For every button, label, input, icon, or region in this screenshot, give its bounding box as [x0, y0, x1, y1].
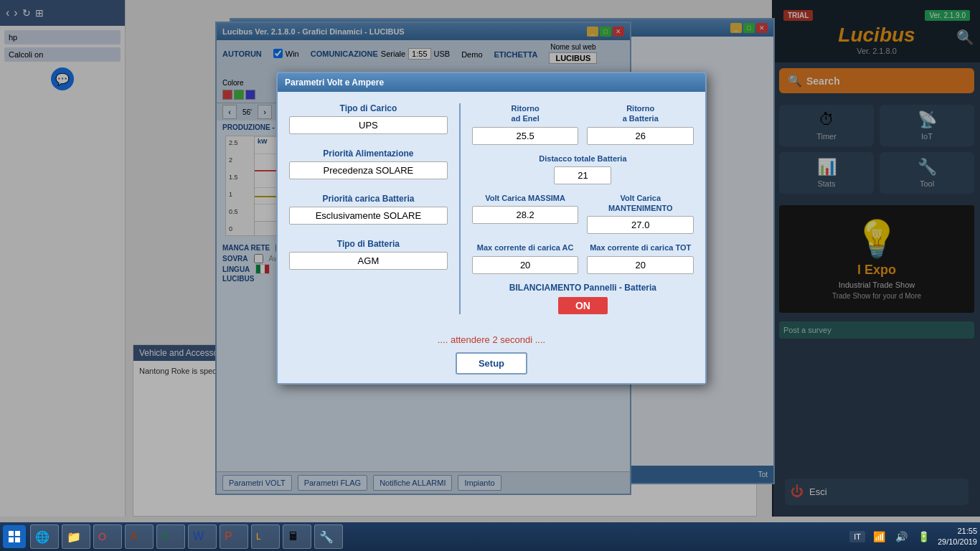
svg-rect-3	[15, 537, 20, 542]
taskbar-excel[interactable]: X	[156, 524, 185, 549]
max-tot-label: Max corrente di carica TOT	[587, 242, 694, 253]
taskbar-clock: 21:55 29/10/2019	[938, 526, 977, 548]
dialog-title-text: Parametri Volt e Ampere	[285, 77, 384, 88]
tipo-carico-input[interactable]	[289, 116, 448, 134]
dialog-titlebar: Parametri Volt e Ampere	[278, 73, 705, 92]
priorita-alim-input[interactable]	[289, 161, 448, 179]
max-tot-input[interactable]	[587, 256, 694, 274]
access-icon: A	[130, 530, 138, 543]
ritorno-batt-label: Ritorno a Batteria	[587, 103, 694, 124]
tool-tb-icon: 🔧	[319, 530, 334, 544]
setup-button[interactable]: Setup	[456, 352, 527, 375]
priorita-batt-group: Priorità carica Batteria	[289, 194, 448, 225]
excel-icon: X	[161, 530, 169, 543]
tray-volume: 🔊	[893, 531, 910, 542]
tray-power: 🔋	[915, 531, 932, 542]
taskbar-tool[interactable]: 🔧	[314, 524, 343, 549]
distacco-group: Distacco totale Batteria	[472, 154, 694, 184]
ritorno-batt-input[interactable]	[587, 127, 694, 145]
dialog-body: Tipo di Carico Priorità Alimentazione Pr…	[278, 92, 705, 326]
volt-mantenimento-label: Volt Carica MANTENIMENTO	[587, 193, 694, 214]
max-ac-field: Max corrente di carica AC	[472, 242, 579, 273]
taskbar-word[interactable]: W	[188, 524, 217, 549]
volt-massima-input[interactable]	[472, 206, 579, 224]
volt-mantenimento-input[interactable]	[587, 216, 694, 234]
max-ac-label: Max corrente di carica AC	[472, 242, 579, 253]
ie-icon: 🌐	[35, 530, 50, 544]
tipo-batt-label: Tipo di Batteria	[289, 239, 448, 249]
bilanciamento-label: BILANCIAMENTO Pannelli - Batteria	[472, 283, 694, 293]
taskbar-access[interactable]: A	[125, 524, 154, 549]
explorer-icon: 📁	[67, 530, 81, 544]
volt-massima-label: Volt Carica MASSIMA	[472, 193, 579, 203]
volt-carica-row: Volt Carica MASSIMA Volt Carica MANTENIM…	[472, 193, 694, 235]
word-icon: W	[193, 530, 204, 543]
priorita-alim-group: Priorità Alimentazione	[289, 149, 448, 179]
taskbar-lucibus[interactable]: L	[251, 524, 280, 549]
priorita-alim-label: Priorità Alimentazione	[289, 149, 448, 159]
ritorno-batt-field: Ritorno a Batteria	[587, 103, 694, 145]
ritorno-enel-label: Ritorno ad Enel	[472, 103, 579, 124]
start-button[interactable]	[3, 525, 26, 548]
dialog-columns: Tipo di Carico Priorità Alimentazione Pr…	[289, 103, 694, 314]
max-ac-input[interactable]	[472, 256, 579, 274]
clock-time: 21:55	[938, 526, 977, 537]
language-indicator: IT	[849, 531, 865, 542]
taskbar-calc[interactable]: 🖩	[283, 524, 311, 549]
clock-date: 29/10/2019	[938, 537, 977, 547]
ritorno-row: Ritorno ad Enel Ritorno a Batteria	[472, 103, 694, 145]
tipo-batt-group: Tipo di Batteria	[289, 239, 448, 270]
ritorno-enel-field: Ritorno ad Enel	[472, 103, 579, 145]
taskbar-ie[interactable]: 🌐	[30, 524, 59, 549]
svg-rect-0	[9, 531, 14, 536]
svg-rect-2	[9, 537, 14, 542]
taskbar-opera[interactable]: O	[93, 524, 122, 549]
priorita-batt-label: Priorità carica Batteria	[289, 194, 448, 204]
dialog-footer: .... attendere 2 secondi .... Setup	[278, 326, 705, 383]
dialog-right-col: Ritorno ad Enel Ritorno a Batteria	[461, 103, 694, 314]
distacco-input[interactable]	[554, 166, 611, 184]
volt-mantenimento-field: Volt Carica MANTENIMENTO	[587, 193, 694, 235]
max-tot-field: Max corrente di carica TOT	[587, 242, 694, 273]
volt-massima-field: Volt Carica MASSIMA	[472, 193, 579, 235]
ritorno-enel-input[interactable]	[472, 127, 579, 145]
calc-icon: 🖩	[288, 530, 299, 543]
dialog-left-col: Tipo di Carico Priorità Alimentazione Pr…	[289, 103, 461, 314]
distacco-label: Distacco totale Batteria	[472, 154, 694, 164]
lucibus-tb-icon: L	[256, 532, 261, 542]
priorita-batt-input[interactable]	[289, 207, 448, 225]
tipo-carico-label: Tipo di Carico	[289, 103, 448, 113]
bilanciamento-on-button[interactable]: ON	[558, 297, 608, 314]
tipo-batt-input[interactable]	[289, 252, 448, 270]
taskbar-powerpoint[interactable]: P	[220, 524, 248, 549]
tipo-carico-group: Tipo di Carico	[289, 103, 448, 134]
waiting-text: .... attendere 2 secondi ....	[286, 334, 697, 345]
taskbar-tray: IT 📶 🔊 🔋 21:55 29/10/2019	[849, 526, 977, 548]
tray-network: 📶	[871, 531, 887, 542]
bilanciamento-section: BILANCIAMENTO Pannelli - Batteria ON	[472, 283, 694, 314]
max-corrente-row: Max corrente di carica AC Max corrente d…	[472, 242, 694, 273]
svg-rect-1	[15, 531, 20, 536]
taskbar: 🌐 📁 O A X W P L 🖩 🔧 IT 📶 🔊 🔋 21:55 29/10…	[0, 522, 980, 551]
ppt-icon: P	[225, 530, 232, 543]
opera-icon: O	[98, 531, 106, 542]
taskbar-explorer[interactable]: 📁	[62, 524, 90, 549]
parametri-dialog: Parametri Volt e Ampere Tipo di Carico P…	[276, 72, 707, 385]
